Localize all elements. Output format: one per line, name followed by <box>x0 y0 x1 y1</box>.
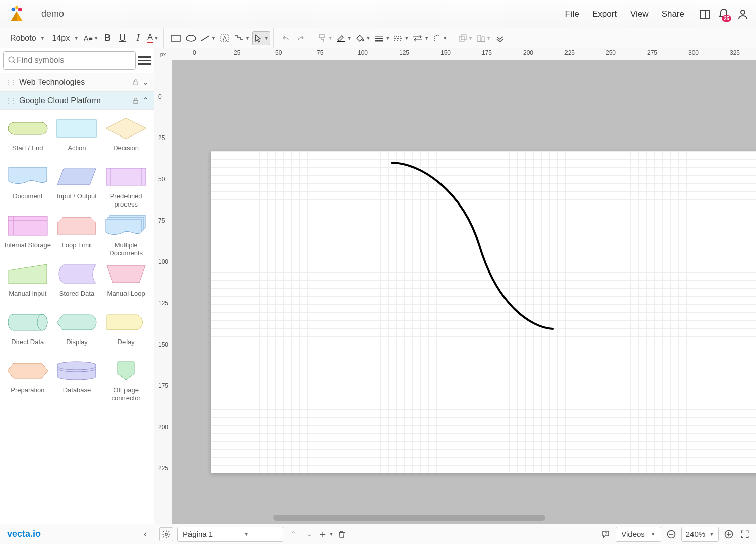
prev-page-button[interactable]: ⌃ <box>287 528 299 540</box>
text-color-button[interactable]: A▼ <box>146 31 160 45</box>
page-settings-button[interactable] <box>159 527 173 541</box>
svg-text:?: ? <box>605 531 607 535</box>
collapse-sidebar-button[interactable]: ‹ <box>144 529 147 539</box>
next-page-button[interactable]: ⌄ <box>303 528 316 540</box>
drag-handle-icon: ⋮⋮ <box>5 97 16 104</box>
line-color-button[interactable]: ▼ <box>335 31 353 45</box>
symbol-search-input[interactable] <box>17 56 131 65</box>
shape-input-output[interactable]: Input / Output <box>52 165 101 209</box>
line-weight-button[interactable]: ▼ <box>373 31 391 45</box>
vertical-ruler: 0255075100125150175200225 <box>154 60 172 524</box>
brand-link[interactable]: vecta.io <box>7 529 41 539</box>
shape-multiple-documents[interactable]: Multiple Documents <box>102 214 150 258</box>
menu-view[interactable]: View <box>630 9 649 19</box>
panels-icon[interactable] <box>699 8 711 20</box>
ellipse-tool[interactable] <box>184 31 198 45</box>
rectangle-tool[interactable] <box>169 31 183 45</box>
corner-rounding-button[interactable]: ▼ <box>431 31 449 45</box>
stencil-web-technologies[interactable]: ⋮⋮ Web Technologies ⌄ <box>0 73 154 91</box>
line-tool[interactable]: ▼ <box>199 31 217 45</box>
underline-button[interactable]: U <box>116 31 130 45</box>
chevron-up-icon: ⌃ <box>142 96 149 105</box>
shape-internal-storage[interactable]: Internal Storage <box>4 214 52 258</box>
fullscreen-button[interactable] <box>739 528 751 540</box>
delete-page-button[interactable] <box>336 528 348 540</box>
shape-preparation[interactable]: Preparation <box>4 359 52 403</box>
notifications-icon[interactable]: 25 <box>718 8 730 20</box>
shape-manual-loop[interactable]: Manual Loop <box>102 262 150 306</box>
svg-marker-32 <box>57 169 96 185</box>
symbol-search[interactable] <box>3 51 136 70</box>
shape-delay[interactable]: Delay <box>102 311 150 354</box>
fill-color-button[interactable]: ▼ <box>354 31 372 45</box>
videos-dropdown[interactable]: Videos▼ <box>616 527 661 542</box>
arrange-button[interactable]: ▼ <box>457 31 474 45</box>
stencil-google-cloud[interactable]: ⋮⋮ Google Cloud Platform ⌃ <box>0 91 154 110</box>
shape-direct-data[interactable]: Direct Data <box>4 311 52 354</box>
bold-button[interactable]: B <box>101 31 115 45</box>
drawing-page[interactable] <box>211 151 756 473</box>
app-logo[interactable] <box>7 5 26 24</box>
page-selector[interactable]: Página 1 ▼ <box>177 527 283 542</box>
menu-export[interactable]: Export <box>592 9 617 19</box>
svg-line-8 <box>201 36 209 41</box>
document-title[interactable]: demo <box>41 9 565 19</box>
arrow-ends-button[interactable]: ▼ <box>411 31 430 45</box>
help-button[interactable]: ? <box>600 528 612 540</box>
chevron-down-icon: ⌄ <box>142 77 149 87</box>
redo-button[interactable] <box>294 31 308 45</box>
notification-badge: 25 <box>722 15 731 22</box>
horizontal-scrollbar[interactable] <box>273 515 545 521</box>
italic-button[interactable]: I <box>131 31 145 45</box>
svg-point-5 <box>741 10 745 14</box>
svg-rect-30 <box>57 120 96 137</box>
svg-point-46 <box>165 533 168 535</box>
ruler-unit-label: px <box>154 48 172 60</box>
shape-start-end[interactable]: Start / End <box>4 117 52 160</box>
pointer-tool[interactable]: ▼ <box>252 31 270 45</box>
shape-predefined-process[interactable]: Predefined process <box>102 165 150 209</box>
svg-point-13 <box>362 39 364 41</box>
canvas-viewport[interactable] <box>172 60 756 524</box>
zoom-in-button[interactable] <box>723 528 735 540</box>
stencil-menu-icon[interactable] <box>138 54 151 67</box>
svg-marker-40 <box>107 265 145 283</box>
align-button[interactable]: ▼ <box>475 31 492 45</box>
shape-display[interactable]: Display <box>52 311 101 354</box>
shape-database[interactable]: Database <box>52 359 101 403</box>
svg-rect-22 <box>478 35 481 41</box>
shape-action[interactable]: Action <box>52 117 101 160</box>
format-painter-button[interactable]: ▼ <box>317 31 334 45</box>
more-button[interactable] <box>493 31 507 45</box>
account-icon[interactable] <box>737 8 749 20</box>
shape-manual-input[interactable]: Manual Input <box>4 262 52 306</box>
shape-off-page-connector[interactable]: Off page connector <box>102 359 150 403</box>
shape-stored-data[interactable]: Stored Data <box>52 262 101 306</box>
line-style-button[interactable]: ▼ <box>392 31 410 45</box>
font-size-select[interactable]: 14px▼ <box>49 34 82 43</box>
add-page-button[interactable]: ＋▼ <box>320 528 332 540</box>
search-icon <box>8 56 17 65</box>
shape-document[interactable]: Document <box>4 165 52 209</box>
svg-text:A: A <box>223 35 227 42</box>
svg-rect-12 <box>337 41 345 42</box>
svg-point-2 <box>15 6 18 9</box>
zoom-out-button[interactable] <box>665 528 677 540</box>
svg-rect-28 <box>134 100 138 103</box>
undo-button[interactable] <box>279 31 293 45</box>
svg-rect-3 <box>700 10 709 18</box>
svg-rect-23 <box>482 37 484 41</box>
shape-decision[interactable]: Decision <box>102 117 150 160</box>
zoom-level[interactable]: 240%▼ <box>681 527 719 542</box>
text-tool[interactable]: A <box>218 31 232 45</box>
connector-tool[interactable]: ▼ <box>233 31 251 45</box>
text-align-button[interactable]: A≡▼ <box>83 31 99 45</box>
menu-file[interactable]: File <box>565 9 579 19</box>
svg-rect-6 <box>171 35 180 41</box>
page-name-label: Página 1 <box>183 530 213 538</box>
lock-icon <box>132 79 139 86</box>
svg-rect-33 <box>106 168 146 185</box>
shape-loop-limit[interactable]: Loop Limit <box>52 214 101 258</box>
font-family-select[interactable]: Roboto▼ <box>7 34 48 43</box>
menu-share[interactable]: Share <box>662 9 684 19</box>
